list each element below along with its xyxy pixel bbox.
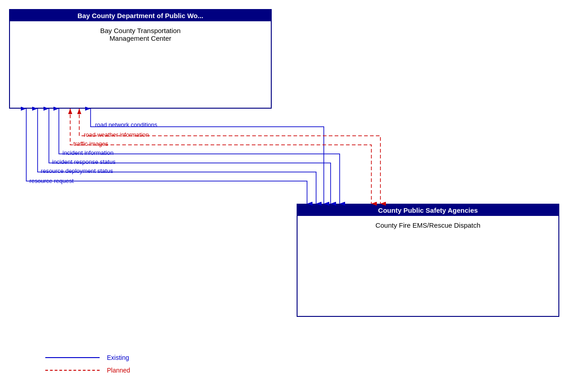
- left-node-body-line1: Bay County Transportation: [100, 27, 181, 34]
- left-node-body-line2: Management Center: [110, 34, 172, 42]
- label-resource-request: resource request: [29, 177, 74, 184]
- left-node-body: Bay County Transportation Management Cen…: [10, 21, 271, 48]
- label-traffic-images: traffic images: [73, 140, 108, 147]
- right-node-body: County Fire EMS/Rescue Dispatch: [298, 216, 558, 234]
- right-node-header: County Public Safety Agencies: [298, 205, 558, 216]
- label-road-weather: road weather information: [84, 131, 149, 138]
- left-node-header: Bay County Department of Public Wo...: [10, 10, 271, 21]
- legend-planned: Planned: [45, 367, 130, 374]
- label-resource-deployment: resource deployment status: [41, 167, 113, 174]
- legend-planned-line: [45, 370, 100, 371]
- label-incident-response: incident response status: [52, 158, 115, 165]
- right-node-box: County Public Safety Agencies County Fir…: [297, 204, 559, 317]
- legend-existing-line: [45, 357, 100, 358]
- legend: Existing Planned: [45, 354, 130, 374]
- left-node-box: Bay County Department of Public Wo... Ba…: [9, 9, 272, 109]
- label-road-network: road network conditions: [95, 121, 157, 128]
- label-incident-info: incident information: [62, 149, 114, 156]
- legend-existing-label: Existing: [107, 354, 129, 361]
- legend-existing: Existing: [45, 354, 130, 361]
- legend-planned-label: Planned: [107, 367, 130, 374]
